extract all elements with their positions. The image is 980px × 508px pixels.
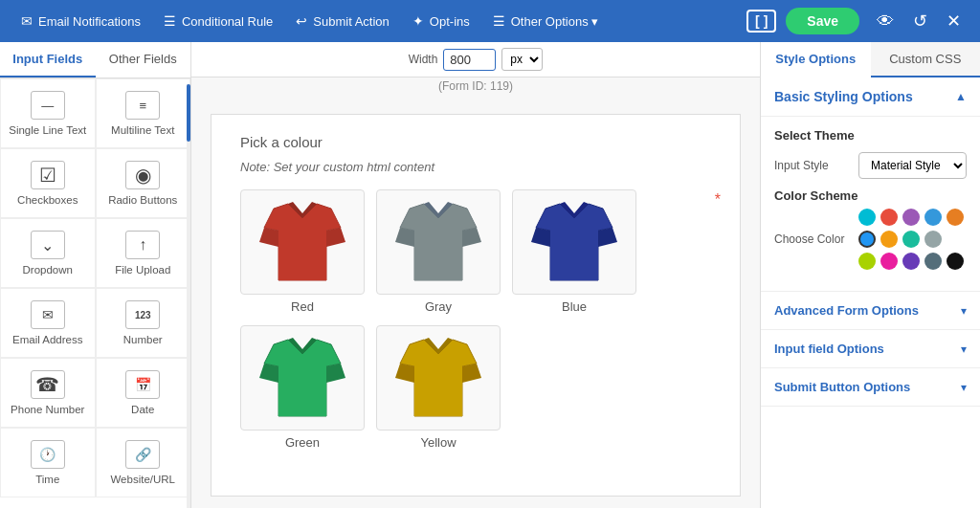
advanced-form-section[interactable]: Advanced Form Options ▾ bbox=[761, 292, 980, 330]
color-dot-deepurple[interactable] bbox=[902, 253, 920, 270]
number-icon: 123 bbox=[125, 300, 160, 329]
nav-conditional-rule[interactable]: ☰ Conditional Rule bbox=[154, 8, 282, 34]
color-dot-amber[interactable] bbox=[880, 231, 898, 248]
input-style-select[interactable]: Material Style Default Style Flat Style bbox=[858, 152, 967, 179]
color-dot-teal[interactable] bbox=[902, 231, 920, 248]
color-dot-bluegray[interactable] bbox=[924, 253, 942, 270]
shirt-item-red[interactable]: Red bbox=[240, 189, 365, 314]
form-id-label: (Form ID: 119) bbox=[191, 77, 760, 95]
select-theme-label: Select Theme bbox=[774, 128, 967, 143]
submit-button-title: Submit Button Options bbox=[774, 380, 910, 394]
svg-marker-8 bbox=[395, 228, 414, 247]
color-dot-black[interactable] bbox=[947, 253, 964, 270]
shirt-label-gray: Gray bbox=[425, 299, 452, 314]
color-dot-lime[interactable] bbox=[858, 253, 876, 270]
width-input[interactable] bbox=[443, 49, 496, 71]
color-dots-row2 bbox=[858, 231, 964, 248]
color-dot-silver[interactable] bbox=[924, 231, 942, 248]
color-dot-orange[interactable] bbox=[947, 209, 964, 226]
svg-marker-18 bbox=[259, 364, 278, 383]
save-button[interactable]: Save bbox=[786, 8, 859, 34]
width-label: Width bbox=[409, 53, 438, 66]
nav-submit-action[interactable]: ↩ Submit Action bbox=[286, 8, 399, 34]
shirt-svg-red bbox=[255, 194, 350, 290]
choose-color-row: Choose Color bbox=[774, 209, 967, 270]
field-time[interactable]: 🕐 Time bbox=[0, 428, 96, 497]
field-number[interactable]: 123 Number bbox=[96, 288, 191, 358]
color-palette bbox=[858, 209, 964, 270]
shirt-item-gray[interactable]: Gray bbox=[376, 189, 501, 314]
svg-marker-13 bbox=[531, 228, 550, 247]
shirt-item-blue[interactable]: Blue bbox=[512, 189, 636, 314]
field-email-address[interactable]: ✉ Email Address bbox=[0, 288, 96, 358]
shirt-item-green[interactable]: Green bbox=[240, 325, 365, 450]
preview-button[interactable]: 👁 bbox=[869, 8, 902, 35]
shirt-svg-yellow bbox=[390, 330, 486, 426]
tab-style-options[interactable]: Style Options bbox=[761, 42, 871, 77]
field-file-upload[interactable]: ↑ File Upload bbox=[96, 218, 191, 288]
center-area: Width px % (Form ID: 119) Pick a colour … bbox=[191, 42, 760, 508]
tab-custom-css[interactable]: Custom CSS bbox=[871, 42, 981, 76]
shirt-grid: Red Gray bbox=[240, 189, 711, 450]
shirt-item-yellow[interactable]: Yellow bbox=[376, 325, 501, 450]
field-grid: — Single Line Text ≡ Multiline Text ☑ Ch… bbox=[0, 78, 190, 497]
color-dot-lightblue[interactable] bbox=[858, 231, 876, 248]
options-icon: ☰ bbox=[493, 13, 505, 29]
svg-rect-2 bbox=[278, 231, 326, 280]
svg-rect-7 bbox=[414, 231, 462, 280]
svg-marker-19 bbox=[326, 364, 345, 383]
field-dropdown[interactable]: ⌄ Dropdown bbox=[0, 218, 96, 288]
refresh-button[interactable]: ↺ bbox=[905, 7, 935, 35]
pick-colour-label: Pick a colour bbox=[240, 134, 711, 150]
shirt-box-red bbox=[240, 189, 365, 295]
close-button[interactable]: ✕ bbox=[939, 7, 969, 35]
shirt-label-blue: Blue bbox=[562, 299, 587, 314]
color-dot-red[interactable] bbox=[880, 209, 898, 226]
shirt-svg-gray bbox=[390, 194, 486, 290]
svg-marker-4 bbox=[326, 228, 345, 247]
color-dot-pink[interactable] bbox=[880, 253, 898, 270]
right-sidebar: Style Options Custom CSS Basic Styling O… bbox=[760, 42, 980, 508]
email-address-icon: ✉ bbox=[31, 300, 65, 329]
unit-select[interactable]: px % bbox=[501, 48, 543, 71]
center-toolbar: Width px % bbox=[191, 42, 760, 77]
dropdown-icon: ⌄ bbox=[31, 231, 65, 259]
field-multiline-text[interactable]: ≡ Multiline Text bbox=[96, 78, 191, 148]
color-dot-cyan[interactable] bbox=[858, 209, 876, 226]
left-sidebar-tabs: Input Fields Other Fields bbox=[0, 42, 190, 78]
submit-button-section[interactable]: Submit Button Options ▾ bbox=[761, 368, 980, 407]
submit-icon: ↩ bbox=[296, 13, 307, 29]
top-navigation: ✉ Email Notifications ☰ Conditional Rule… bbox=[0, 0, 980, 42]
nav-email-notifications[interactable]: ✉ Email Notifications bbox=[11, 8, 150, 34]
shirt-box-green bbox=[240, 325, 365, 431]
field-single-line-text[interactable]: — Single Line Text bbox=[0, 78, 96, 148]
input-field-section[interactable]: Input field Options ▾ bbox=[761, 330, 980, 368]
field-phone-number[interactable]: ☎ Phone Number bbox=[0, 358, 96, 428]
input-field-arrow: ▾ bbox=[961, 342, 967, 356]
right-sidebar-tabs: Style Options Custom CSS bbox=[761, 42, 980, 77]
checkboxes-icon: ☑ bbox=[31, 161, 65, 189]
basic-styling-header[interactable]: Basic Styling Options ▲ bbox=[761, 77, 980, 117]
optins-icon: ✦ bbox=[412, 13, 424, 29]
color-dot-blue[interactable] bbox=[924, 209, 942, 226]
field-radio-buttons[interactable]: ◉ Radio Buttons bbox=[96, 148, 191, 218]
svg-marker-23 bbox=[395, 364, 414, 383]
multiline-text-icon: ≡ bbox=[125, 91, 160, 120]
svg-marker-9 bbox=[462, 228, 481, 247]
field-website-url[interactable]: 🔗 Website/URL bbox=[96, 428, 191, 497]
color-dot-purple[interactable] bbox=[902, 209, 920, 226]
tab-other-fields[interactable]: Other Fields bbox=[96, 42, 191, 77]
svg-rect-17 bbox=[278, 366, 326, 416]
field-checkboxes[interactable]: ☑ Checkboxes bbox=[0, 148, 96, 218]
conditional-icon: ☰ bbox=[164, 13, 176, 29]
basic-styling-title: Basic Styling Options bbox=[774, 89, 913, 104]
phone-icon: ☎ bbox=[31, 370, 65, 399]
nav-other-options[interactable]: ☰ Other Options ▾ bbox=[483, 8, 609, 34]
field-date[interactable]: 📅 Date bbox=[96, 358, 191, 428]
shirt-label-green: Green bbox=[285, 435, 320, 450]
shirt-label-red: Red bbox=[291, 299, 314, 314]
tab-input-fields[interactable]: Input Fields bbox=[0, 42, 96, 77]
color-scheme-label: Color Scheme bbox=[774, 188, 967, 203]
nav-opt-ins[interactable]: ✦ Opt-ins bbox=[403, 8, 479, 34]
bracket-button[interactable]: [ ] bbox=[746, 10, 776, 33]
